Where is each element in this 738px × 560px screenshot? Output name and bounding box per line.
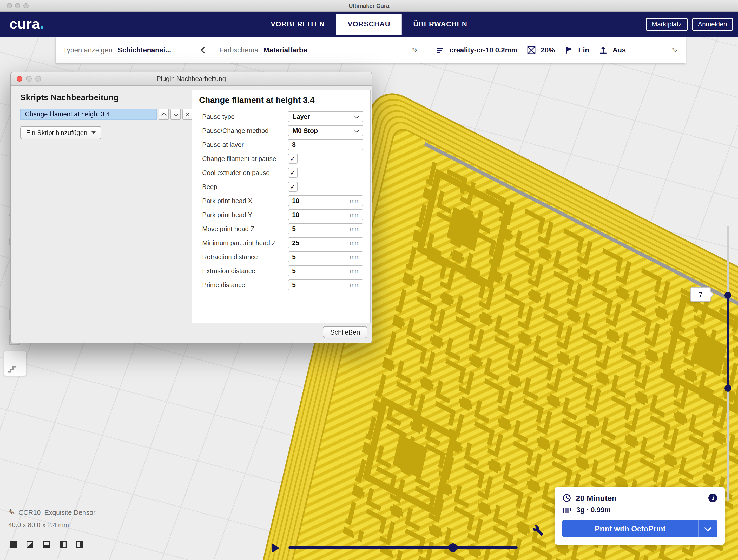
infill-icon xyxy=(527,46,535,55)
support-icon xyxy=(564,46,573,55)
field-label: Park print head Y xyxy=(199,211,288,218)
add-script-button[interactable]: Ein Skript hinzufügen xyxy=(20,126,101,139)
form-row: Pause type Layer xyxy=(199,110,363,124)
form-row: Extrusion distance mm xyxy=(199,264,363,278)
print-time: 20 Minuten xyxy=(576,494,617,502)
app-window: 7 ✎ CCR10_Exquisite Densor 40.0 x 80.0 x… xyxy=(0,0,738,560)
print-options-chevron[interactable] xyxy=(698,520,717,537)
window-controls xyxy=(7,3,29,8)
move-script-down-button[interactable] xyxy=(170,109,181,120)
field-label: Move print head Z xyxy=(199,225,288,232)
simulation-slider-track[interactable] xyxy=(289,547,518,549)
chevron-down-icon xyxy=(354,113,359,118)
printer-profile-value[interactable]: creality-cr-10 0.2mm xyxy=(449,46,517,54)
field-label: Pause at layer xyxy=(199,141,288,148)
dialog-close-button[interactable] xyxy=(17,76,22,82)
play-button[interactable] xyxy=(272,543,280,553)
chevron-down-icon xyxy=(354,127,359,132)
simulation-slider-handle[interactable] xyxy=(448,543,457,552)
view-type-value[interactable]: Schichtenansi... xyxy=(118,46,171,54)
object-list-panel[interactable] xyxy=(4,351,26,376)
pause-at-layer-input[interactable] xyxy=(288,139,363,150)
printer-profile-icon xyxy=(435,46,444,55)
adjust-wrench-icon[interactable] xyxy=(532,525,543,536)
marketplace-button[interactable]: Marktplatz xyxy=(646,18,687,30)
material-usage: 3g · 0.99m xyxy=(577,506,611,514)
form-row: Pause/Change method M0 Stop xyxy=(199,124,363,138)
move-script-up-button[interactable] xyxy=(158,109,169,120)
edit-pencil-icon[interactable]: ✎ xyxy=(412,45,418,55)
infill-value[interactable]: 20% xyxy=(541,46,555,54)
field-label: Beep xyxy=(199,183,288,190)
close-dialog-button[interactable]: Schließen xyxy=(323,326,367,338)
logo-dot: . xyxy=(40,16,44,32)
view-preset-icon[interactable] xyxy=(42,540,51,549)
selected-script[interactable]: Change filament at height 3.4 xyxy=(20,109,157,120)
window-close-button[interactable] xyxy=(7,3,12,8)
layer-slider-range[interactable] xyxy=(727,296,729,389)
cura-logo: cura. xyxy=(9,16,44,32)
model-info: ✎ CCR10_Exquisite Densor 40.0 x 80.0 x 2… xyxy=(8,508,95,529)
form-row: Minimum par...rint head Z mm xyxy=(199,236,363,250)
dialog-minimize-button xyxy=(26,76,32,82)
dialog-zoom-button xyxy=(35,76,41,82)
close-icon: × xyxy=(186,111,190,118)
collapse-chevron-icon[interactable] xyxy=(201,47,207,53)
form-title: Change filament at height 3.4 xyxy=(199,96,363,105)
color-scheme-value[interactable]: Materialfarbe xyxy=(264,46,307,54)
window-minimize-button[interactable] xyxy=(15,3,20,8)
scripts-heading: Skripts Nachbearbeitung xyxy=(20,93,193,102)
signin-button[interactable]: Anmelden xyxy=(692,18,733,30)
chevron-down-icon xyxy=(173,111,178,116)
view-preset-icon[interactable] xyxy=(59,540,68,549)
check-icon: ✓ xyxy=(290,169,296,176)
adhesion-value[interactable]: Aus xyxy=(613,46,626,54)
remove-script-button[interactable]: × xyxy=(182,109,193,120)
change-filament-checkbox[interactable]: ✓ xyxy=(288,154,298,164)
layer-slider-handle-bottom[interactable] xyxy=(724,385,731,392)
dialog-titlebar[interactable]: Plugin Nachbearbeitung xyxy=(11,72,372,86)
info-icon[interactable]: i xyxy=(708,494,717,502)
model-name: CCR10_Exquisite Densor xyxy=(18,508,95,516)
scripts-pane: Skripts Nachbearbeitung Change filament … xyxy=(20,93,193,139)
dialog-title: Plugin Nachbearbeitung xyxy=(157,75,226,82)
support-value[interactable]: Ein xyxy=(578,46,589,54)
script-settings-form: Change filament at height 3.4 Pause type… xyxy=(192,90,371,323)
form-row: Cool extruder on pause ✓ xyxy=(199,166,363,180)
field-label: Pause/Change method xyxy=(199,127,288,134)
cool-extruder-checkbox[interactable]: ✓ xyxy=(288,168,298,178)
window-zoom-button[interactable] xyxy=(23,3,29,8)
field-label: Extrusion distance xyxy=(199,267,288,274)
tab-preview[interactable]: VORSCHAU xyxy=(336,13,402,35)
field-label: Cool extruder on pause xyxy=(199,169,288,176)
view-preset-icon[interactable] xyxy=(75,540,84,549)
adhesion-icon xyxy=(599,46,607,55)
rename-pencil-icon[interactable]: ✎ xyxy=(8,508,15,517)
window-titlebar[interactable]: Ultimaker Cura xyxy=(0,0,738,12)
app-header: cura. VORBEREITEN VORSCHAU ÜBERWACHEN Ma… xyxy=(0,11,738,37)
view-preset-icon[interactable] xyxy=(25,540,34,549)
model-dimensions: 40.0 x 80.0 x 2.4 mm xyxy=(8,522,95,529)
tab-monitor[interactable]: ÜBERWACHEN xyxy=(402,13,479,35)
pause-method-select[interactable]: M0 Stop xyxy=(288,125,363,136)
layer-steps-icon xyxy=(7,364,17,373)
edit-print-settings-pencil-icon[interactable]: ✎ xyxy=(672,45,678,55)
field-label: Retraction distance xyxy=(199,253,288,260)
tab-prepare[interactable]: VORBEREITEN xyxy=(259,13,336,35)
layer-number-tooltip: 7 xyxy=(690,287,711,302)
chevron-down-icon xyxy=(704,524,712,531)
view-preset-icon[interactable] xyxy=(9,540,18,549)
print-button-label: Print with OctoPrint xyxy=(562,520,698,537)
check-icon: ✓ xyxy=(290,155,296,162)
form-row: Park print head Y mm xyxy=(199,208,363,222)
pause-type-select[interactable]: Layer xyxy=(288,111,363,122)
field-label: Change filament at pause xyxy=(199,155,288,162)
chevron-down-icon xyxy=(91,131,96,134)
field-label: Minimum par...rint head Z xyxy=(199,239,288,246)
beep-checkbox[interactable]: ✓ xyxy=(288,182,298,192)
layer-slider-handle-top[interactable] xyxy=(724,292,731,299)
form-row: Prime distance mm xyxy=(199,278,363,292)
dialog-window-controls xyxy=(17,76,41,82)
print-with-octoprint-button[interactable]: Print with OctoPrint xyxy=(562,520,717,537)
view-presets xyxy=(9,540,84,549)
